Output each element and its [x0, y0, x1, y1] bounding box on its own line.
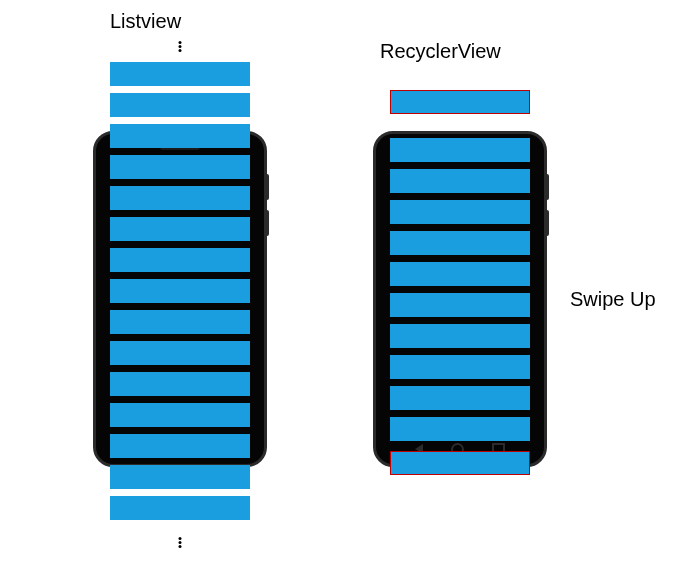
list-item	[110, 310, 250, 334]
recyclerview-title: RecyclerView	[380, 40, 501, 63]
list-item	[110, 62, 250, 86]
list-item	[110, 496, 250, 520]
diagram-canvas: Listview	[0, 0, 700, 576]
listview-title: Listview	[110, 10, 181, 33]
list-item	[390, 169, 530, 193]
list-item	[110, 155, 250, 179]
list-item	[110, 372, 250, 396]
list-item	[110, 403, 250, 427]
list-item	[110, 465, 250, 489]
listview-panel: Listview	[60, 0, 360, 576]
list-item	[110, 124, 250, 148]
ellipsis-top-icon	[179, 40, 182, 53]
swipe-up-label: Swipe Up	[570, 288, 656, 311]
list-item	[390, 417, 530, 441]
list-item	[110, 434, 250, 458]
list-item	[390, 231, 530, 255]
corner-overlay	[556, 544, 696, 572]
listview-rows	[110, 62, 250, 527]
list-item	[390, 324, 530, 348]
list-item	[110, 279, 250, 303]
list-item	[390, 293, 530, 317]
list-item	[390, 138, 530, 162]
list-item-recycled	[390, 451, 530, 475]
list-item	[390, 355, 530, 379]
recyclerview-rows	[390, 90, 530, 482]
list-item	[390, 262, 530, 286]
list-item	[390, 386, 530, 410]
list-item	[110, 93, 250, 117]
list-item	[110, 341, 250, 365]
ellipsis-bottom-icon	[179, 536, 182, 549]
list-item	[110, 248, 250, 272]
list-item	[390, 200, 530, 224]
list-item-recycled	[390, 90, 530, 114]
list-item	[110, 217, 250, 241]
list-item	[110, 186, 250, 210]
